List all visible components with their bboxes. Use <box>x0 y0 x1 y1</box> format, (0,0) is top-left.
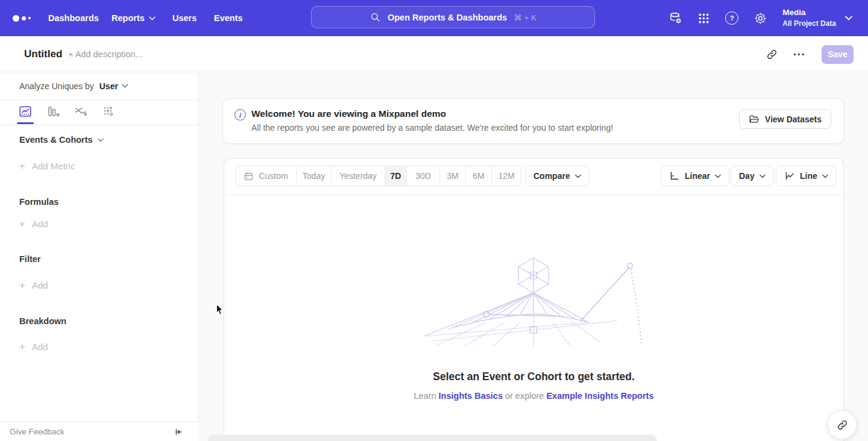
banner-subtitle: All the reports you see are powered by a… <box>251 123 613 133</box>
report-title[interactable]: Untitled <box>24 36 62 72</box>
chevron-down-icon <box>122 84 128 88</box>
axis-scale-icon <box>669 170 680 181</box>
banner-title: Welcome! You are viewing a Mixpanel demo <box>251 108 446 119</box>
chevron-down-icon <box>98 138 104 142</box>
project-switcher[interactable]: Media All Project Data <box>782 7 852 29</box>
range-yesterday[interactable]: Yesterday <box>332 166 385 186</box>
tab-flow[interactable] <box>74 104 88 119</box>
scale-dropdown[interactable]: Linear <box>661 166 729 186</box>
interval-dropdown[interactable]: Day <box>731 166 774 186</box>
analyze-uniques-control[interactable]: Analyze Uniques by User <box>19 72 128 99</box>
events-cohorts-section[interactable]: Events & Cohorts <box>19 135 104 145</box>
help-icon[interactable]: ? <box>725 11 738 25</box>
range-6m[interactable]: 6M <box>466 166 492 186</box>
toolbar-divider <box>224 195 843 195</box>
project-info: Media All Project Data <box>782 7 836 29</box>
settings-gear-icon[interactable] <box>753 11 767 25</box>
chevron-down-icon <box>715 174 721 178</box>
formulas-label: Formulas <box>19 197 58 207</box>
add-description-field[interactable]: + Add description... <box>68 36 143 72</box>
share-link-fab[interactable] <box>828 410 857 439</box>
apps-grid-icon[interactable] <box>697 12 710 25</box>
add-breakdown-label: Add <box>32 342 48 352</box>
empty-state-title: Select an Event or Cohort to get started… <box>224 371 843 383</box>
add-formula-label: Add <box>32 219 48 229</box>
hint-prefix: Learn <box>414 391 436 401</box>
events-cohorts-label: Events & Cohorts <box>19 135 93 145</box>
sidebar-footer: Give Feedback <box>0 422 199 441</box>
search-placeholder: Open Reports & Dashboards <box>388 13 507 22</box>
plus-icon: + <box>19 219 25 229</box>
divider <box>0 99 198 100</box>
query-builder-sidebar: Analyze Uniques by User <box>0 72 199 441</box>
search-shortcut: ⌘ + K <box>514 13 536 22</box>
add-filter-label: Add <box>32 280 48 290</box>
global-search[interactable]: Open Reports & Dashboards ⌘ + K <box>311 6 595 28</box>
range-3m[interactable]: 3M <box>440 166 466 186</box>
tab-bar-chart[interactable] <box>46 104 60 119</box>
range-custom[interactable]: Custom <box>236 166 297 186</box>
mixpanel-logo-icon[interactable] <box>13 0 31 36</box>
nav-users[interactable]: Users <box>172 0 197 36</box>
report-header-actions: ••• Save <box>766 36 854 72</box>
breakdown-section: Breakdown <box>19 316 66 326</box>
chart-type-dropdown[interactable]: Line <box>776 166 837 186</box>
add-metric-label: Add Metric <box>32 161 75 171</box>
tab-insights-line[interactable] <box>18 104 33 119</box>
scale-label: Linear <box>685 171 710 181</box>
top-nav: Dashboards Reports Users Events Open Rep… <box>0 0 868 36</box>
add-filter-button[interactable]: + Add <box>19 280 48 290</box>
nav-events[interactable]: Events <box>214 0 243 36</box>
compare-dropdown[interactable]: Compare <box>525 166 590 186</box>
filter-section: Filter <box>19 254 40 264</box>
nav-dashboards[interactable]: Dashboards <box>48 0 99 36</box>
top-nav-right: ? Media All Project Data <box>668 0 852 36</box>
breakdown-label: Breakdown <box>19 316 66 326</box>
bottom-panel-edge[interactable] <box>208 435 657 441</box>
chevron-down-icon <box>149 16 156 20</box>
add-formula-button[interactable]: + Add <box>19 219 48 229</box>
chevron-down-icon <box>845 16 852 20</box>
copy-link-icon[interactable] <box>766 49 778 60</box>
range-30d[interactable]: 30D <box>407 166 440 186</box>
calendar-icon <box>244 171 254 181</box>
range-7d-selected[interactable]: 7D <box>385 166 407 186</box>
save-button[interactable]: Save <box>822 45 854 64</box>
filter-label: Filter <box>19 254 40 264</box>
range-12m[interactable]: 12M <box>492 166 521 186</box>
chart-type-label: Line <box>800 171 817 181</box>
data-management-icon[interactable] <box>668 11 682 25</box>
range-today[interactable]: Today <box>297 166 332 186</box>
analyze-label: Analyze Uniques by <box>19 81 94 91</box>
report-header-bar: Untitled + Add description... ••• Save <box>0 36 868 72</box>
collapse-sidebar-icon[interactable] <box>174 427 183 437</box>
line-chart-icon <box>784 170 795 181</box>
example-insights-reports-link[interactable]: Example Insights Reports <box>546 391 653 401</box>
nav-reports-label: Reports <box>112 13 145 23</box>
plus-icon: + <box>19 280 25 290</box>
plus-icon: + <box>19 342 25 352</box>
search-icon <box>370 11 381 23</box>
hint-middle: or explore <box>505 391 544 401</box>
add-metric-button[interactable]: + Add Metric <box>19 161 75 171</box>
project-name: Media <box>782 7 836 19</box>
formulas-section: Formulas <box>19 197 58 207</box>
welcome-banner: i Welcome! You are viewing a Mixpanel de… <box>222 98 844 144</box>
date-range-segmented-control: Custom Today Yesterday 7D 30D 3M 6M 12M <box>235 166 521 186</box>
give-feedback-link[interactable]: Give Feedback <box>10 427 64 436</box>
insights-basics-link[interactable]: Insights Basics <box>439 391 503 401</box>
report-card: Custom Today Yesterday 7D 30D 3M 6M 12M … <box>224 158 844 441</box>
view-datasets-button[interactable]: View Datasets <box>739 109 831 129</box>
more-options-button[interactable]: ••• <box>793 51 806 58</box>
tab-scatter[interactable] <box>101 104 116 119</box>
empty-state-hint: LearnInsights Basicsor exploreExample In… <box>224 391 843 401</box>
chevron-down-icon <box>760 174 766 178</box>
analyze-value-dropdown[interactable]: User <box>99 81 118 91</box>
visualization-tabs <box>18 101 116 122</box>
chevron-down-icon <box>575 174 581 178</box>
divider <box>0 125 198 125</box>
nav-reports[interactable]: Reports <box>112 0 156 36</box>
mixpanel-insights-screen: Dashboards Reports Users Events Open Rep… <box>0 0 868 441</box>
add-breakdown-button[interactable]: + Add <box>19 342 48 352</box>
plus-icon: + <box>19 161 25 171</box>
